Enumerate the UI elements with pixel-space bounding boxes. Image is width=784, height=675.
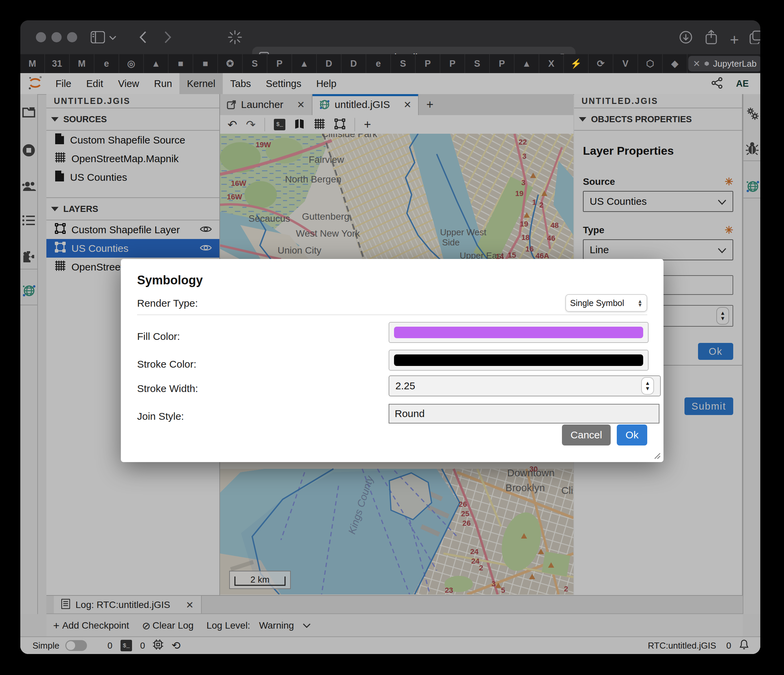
fill-color-swatch [394,327,643,338]
pinned-tab[interactable]: X [539,54,564,73]
pinned-tab[interactable]: ▲ [515,54,539,73]
screenshot-stage: localhost ↻ + M31Me◎▲■■✪SP▲DDeSPPSP▲X⚡⟳V… [0,0,784,675]
jupyterlab-favicon [705,59,709,68]
pinned-tab[interactable]: ▲ [292,54,317,73]
pinned-tab[interactable]: S [465,54,490,73]
browser-toolbar: localhost ↻ + [20,20,760,54]
new-tab-button[interactable]: + [730,31,739,49]
sidebar-chevron-icon[interactable] [109,35,117,40]
pinned-tabs: M31Me◎▲■■✪SP▲DDeSPPSP▲X⚡⟳V⬡◆ [20,54,688,73]
forward-button[interactable] [164,31,172,44]
pinned-tab[interactable]: ◎ [119,54,144,73]
tab-close-icon[interactable]: ✕ [693,59,700,69]
render-type-label: Render Type: [137,297,198,309]
dialog-divider [137,314,647,315]
pinned-tab[interactable]: D [317,54,342,73]
pinned-tab[interactable]: M [20,54,45,73]
pinned-tab[interactable]: ✪ [218,54,243,73]
pinned-tab[interactable]: ■ [193,54,218,73]
symbology-dialog: Symbology Render Type: Single Symbol ▲▼ … [121,259,664,462]
pinned-tab[interactable]: S [391,54,416,73]
stroke-color-swatch [394,355,643,366]
join-style-select[interactable]: Round [389,404,660,423]
browser-tab-strip: M31Me◎▲■■✪SP▲DDeSPPSP▲X⚡⟳V⬡◆ ✕ JupyterLa… [20,54,760,73]
sidebar-toggle-icon[interactable] [91,31,105,44]
pinned-tab[interactable]: e [95,54,119,73]
stroke-width-value: 2.25 [395,380,415,392]
join-style-label: Join Style: [137,411,184,422]
pinned-tab[interactable]: 31 [45,54,70,73]
browser-active-tab[interactable]: ✕ JupyterLab [688,56,760,72]
tab-title: JupyterLab [713,59,757,69]
browser-window: localhost ↻ + M31Me◎▲■■✪SP▲DDeSPPSP▲X⚡⟳V… [20,20,760,654]
downloads-button[interactable] [679,31,692,44]
stroke-width-input[interactable]: 2.25 ▲▼ [389,375,661,397]
traffic-light-zoom[interactable] [67,32,77,42]
tab-overview-button[interactable] [749,30,760,44]
dialog-ok-button[interactable]: Ok [617,425,647,445]
pinned-tab[interactable]: e [366,54,391,73]
render-type-value: Single Symbol [570,298,624,308]
stroke-color-label: Stroke Color: [137,358,196,370]
pinned-tab[interactable]: ⬡ [638,54,663,73]
fill-color-label: Fill Color: [137,331,180,342]
fill-color-input[interactable] [389,322,649,343]
pinned-tab[interactable]: ⟳ [589,54,613,73]
stroke-color-input[interactable] [389,350,649,371]
pinned-tab[interactable]: P [490,54,515,73]
cancel-button[interactable]: Cancel [562,425,611,445]
render-type-select[interactable]: Single Symbol ▲▼ [565,294,647,312]
pinned-tab[interactable]: D [342,54,366,73]
pinned-tab[interactable]: P [268,54,292,73]
pinned-tab[interactable]: S [243,54,268,73]
join-style-value: Round [395,408,425,420]
pinned-tab[interactable]: ◆ [663,54,688,73]
stroke-width-label: Stroke Width: [137,383,198,394]
pinned-tab[interactable]: ■ [169,54,193,73]
pinned-tab[interactable]: M [70,54,95,73]
pinned-tab[interactable]: P [440,54,465,73]
stepper-icon[interactable]: ▲▼ [641,377,654,395]
resize-handle-icon[interactable] [652,451,661,459]
pinned-tab[interactable]: ⚡ [564,54,589,73]
select-arrows-icon: ▲▼ [638,299,642,307]
pinned-tab[interactable]: ▲ [144,54,169,73]
dialog-title: Symbology [137,273,203,288]
pinned-tab[interactable]: V [613,54,638,73]
page-load-spinner-icon [227,30,243,45]
share-button[interactable] [705,30,718,45]
back-button[interactable] [139,31,147,44]
traffic-light-minimize[interactable] [51,32,62,42]
traffic-light-close[interactable] [36,32,46,42]
pinned-tab[interactable]: P [416,54,440,73]
